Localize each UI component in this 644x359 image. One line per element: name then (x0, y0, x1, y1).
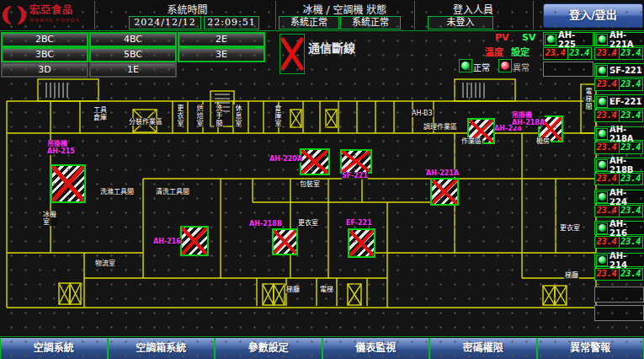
footer-tab-4[interactable]: 密碼權限 (429, 338, 537, 359)
unit-box-ah-225[interactable]: AH-225 (543, 32, 593, 46)
ahu-label: SF-221 (342, 172, 368, 180)
ahu-icon-ah-221a[interactable] (430, 178, 459, 206)
ahu-icon-ah-218b[interactable] (272, 228, 298, 255)
unit-box-ef-221[interactable]: EF-221 (594, 94, 644, 109)
abnormal-lamp-icon (498, 59, 512, 72)
lamp-glyph (599, 224, 606, 232)
ahu-icon-ef-221[interactable] (348, 228, 375, 258)
unit-pv-value: 23.4 (595, 269, 620, 280)
plan-room-label: 梯廳 (285, 286, 301, 293)
footer-tab-2[interactable]: 參數設定 (215, 338, 322, 359)
legend-pv-label: PV (495, 32, 509, 43)
floor-plan-drawing (0, 76, 598, 339)
empty-unit-slot (594, 287, 644, 303)
footer-tab-3[interactable]: 儀表監視 (322, 338, 430, 359)
comm-disconnect-icon[interactable] (279, 34, 305, 74)
plan-room-label: 調理作業區 (423, 123, 458, 131)
floor-button-2bc[interactable]: 2BC (1, 32, 88, 47)
header-divider (414, 1, 415, 29)
system-date-value: 2024/12/12 (129, 16, 201, 29)
unit-box-ah-224[interactable]: AH-224 (594, 190, 644, 204)
floor-button-5bc[interactable]: 5BC (89, 47, 177, 62)
header-separator-line (0, 30, 644, 31)
ahu-icon-sf-221[interactable] (340, 149, 372, 174)
unit-box-ah-214[interactable]: AH-214 (594, 253, 644, 267)
plan-room-label: 更衣室 (559, 224, 581, 232)
login-logout-button[interactable]: 登入/登出 (543, 3, 643, 28)
unit-values-ah-214: 23.423.4 (594, 268, 643, 281)
floor-selector-group: 2BC4BC2E3BC5BC3E3D1E (1, 32, 279, 78)
unit-values-ah-218b: 23.423.4 (594, 173, 643, 185)
ahu-icon-ah-216[interactable] (180, 226, 209, 256)
footer-tab-5[interactable]: 異常警報 (537, 338, 644, 359)
unit-pv-value: 23.4 (595, 48, 620, 59)
plan-room-label: 倉庫室 (273, 104, 282, 127)
unit-status-lamp (596, 222, 608, 234)
lamp-glyph (599, 161, 606, 169)
ahu-label: 吊掛機 AH-215 (47, 140, 75, 155)
lamp-glyph (599, 98, 606, 105)
unit-sv-value: 23.4 (620, 142, 643, 153)
unit-sv-value: 23.4 (620, 174, 643, 185)
ahu-icon-ah-220a[interactable] (300, 148, 330, 175)
unit-values-ah-218a: 23.423.4 (594, 142, 643, 154)
floor-button-3bc[interactable]: 3BC (1, 47, 88, 62)
unit-box-ah-218b[interactable]: AH-218B (594, 158, 644, 172)
floor-button-4bc[interactable]: 4BC (89, 32, 177, 47)
lamp-glyph (599, 35, 606, 43)
plan-room-label: 更衣室 (175, 104, 184, 127)
plan-room-label: 洗手間 (214, 104, 223, 127)
unit-pv-value: 23.4 (595, 206, 620, 217)
unit-status-lamp (596, 65, 608, 77)
footer-tab-0[interactable]: 空調系統 (0, 338, 108, 359)
unit-name-label: AH-218A (609, 125, 643, 143)
logo-icon (2, 3, 27, 27)
ahu-icon-吊掛機-ah-215[interactable] (51, 164, 86, 203)
legend-set-label: 設定 (511, 45, 530, 58)
header-divider (94, 1, 95, 29)
unit-name-label: AH-224 (609, 188, 643, 206)
unit-sv-value: 23.4 (620, 206, 643, 217)
unit-pv-value: 23.4 (595, 79, 620, 90)
ahu-label: EF-221 (346, 219, 372, 227)
unit-name-label: AH-221A (609, 30, 643, 49)
normal-lamp-label: 正常 (473, 61, 490, 73)
unit-values-ef-221: 23.423.4 (594, 110, 643, 122)
unit-values-ah-216: 23.423.4 (594, 236, 643, 249)
unit-status-lamp (545, 34, 556, 46)
unit-box-ah-216[interactable]: AH-216 (594, 221, 644, 235)
logo-text-cn: 宏亞食品 (29, 6, 80, 15)
legend-temp-label: 溫度 (485, 45, 503, 58)
login-user-value: 未登入 (428, 16, 493, 29)
unit-pv-value: 23.4 (595, 142, 620, 153)
unit-values-ah-225: 23.423.4 (543, 47, 592, 60)
system-clock-value: 22:09:51 (204, 16, 259, 29)
normal-lamp-icon (459, 59, 472, 72)
unit-sv-value: 23.4 (568, 48, 592, 59)
plan-room-label: 包裝室 (299, 180, 321, 188)
unit-box-ah-218a[interactable]: AH-218A (594, 126, 644, 141)
plan-room-label: 分裝作業區 (128, 118, 163, 126)
unit-values-sf-221: 23.423.4 (594, 78, 643, 91)
unit-status-lamp (596, 255, 608, 266)
unit-pv-value: 23.4 (544, 48, 568, 59)
plan-room-label: 作業區 (460, 137, 482, 145)
plan-room-label: 電梯間 (583, 88, 593, 110)
unit-box-sf-221[interactable]: SF-221 (594, 63, 644, 78)
plan-room-label: 物流室 (94, 260, 116, 267)
floor-button-2e[interactable]: 2E (178, 32, 265, 47)
system-time-title: 系統時間 (109, 2, 265, 16)
plan-room-label: 電梯 (319, 286, 334, 293)
ahu-label: AH-221A (426, 169, 459, 177)
unit-name-label: AH-218B (609, 156, 643, 174)
unit-box-ah-221a[interactable]: AH-221A (594, 32, 644, 46)
floor-button-3e[interactable]: 3E (178, 47, 265, 62)
unit-status-lamp (596, 96, 608, 108)
footer-tab-1[interactable]: 空調箱系統 (108, 338, 216, 359)
plan-room-label: 梯廳 (564, 271, 579, 279)
unit-name-label: AH-216 (609, 219, 643, 238)
legend-sv-label: SV (522, 32, 535, 43)
machine-status-title: 冰機 / 空調機 狀態 (279, 2, 410, 16)
logo-text-en: HUNYA FOODS (29, 15, 80, 24)
unit-status-lamp (596, 159, 608, 171)
